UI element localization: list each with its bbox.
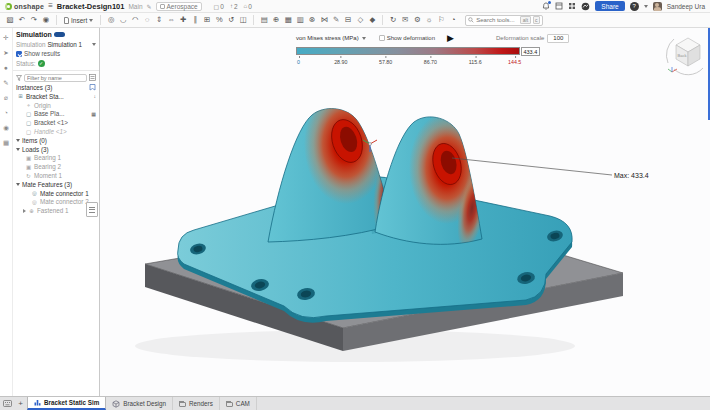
app-store-button[interactable]: [568, 2, 576, 10]
redo-icon[interactable]: ↷: [28, 13, 40, 27]
rename-icon[interactable]: ✎: [147, 3, 152, 10]
ball-mate-icon[interactable]: ✚: [177, 13, 189, 27]
show-results-row[interactable]: Show results: [13, 49, 99, 59]
max-stress-annotation[interactable]: Max: 433.4: [452, 158, 649, 179]
planar-mate-icon[interactable]: ⇔: [165, 13, 177, 27]
view-only-button[interactable]: [555, 2, 563, 10]
properties-icon[interactable]: ▦: [3, 139, 9, 146]
tree-item-bracket[interactable]: ▢ Bracket <1>: [13, 118, 99, 127]
tree-item-handle[interactable]: ▢ Handle <1>: [13, 127, 99, 136]
fastened-mate-icon[interactable]: ◡: [117, 13, 129, 27]
settings-icon[interactable]: ⚙: [411, 13, 423, 27]
replicate-icon[interactable]: ⊗: [306, 13, 318, 27]
follow-icon: ↑: [230, 3, 233, 9]
mate-item-connector1[interactable]: ◎ Mate connector 1: [13, 189, 99, 198]
revolute-mate-icon[interactable]: ◠: [129, 13, 141, 27]
pin-slot-mate-icon[interactable]: ∥: [189, 13, 201, 27]
snapshot-icon[interactable]: ▤: [258, 13, 270, 27]
play-animation-button[interactable]: ▶: [447, 33, 454, 43]
tangent-mate-icon[interactable]: %: [213, 13, 225, 27]
load-item-bearing1[interactable]: ▣ Bearing 1: [13, 154, 99, 163]
aerospace-tag[interactable]: Aerospace: [156, 2, 202, 11]
follow-counter[interactable]: ↑ 2: [230, 3, 238, 10]
clipboard-counter[interactable]: ▢ 0: [214, 3, 224, 10]
message-icon[interactable]: ✉: [399, 13, 411, 27]
pattern-icon[interactable]: ▥: [294, 13, 306, 27]
filter-funnel-icon[interactable]: [16, 75, 22, 81]
tree-item-assembly[interactable]: ⊞ Bracket Sta... ↓: [13, 92, 99, 101]
share-button[interactable]: Share: [595, 1, 624, 11]
add-tab-button[interactable]: +: [14, 397, 27, 410]
select-tools-icon[interactable]: ✛: [3, 34, 8, 41]
simulation-selector[interactable]: Simulation Simulation 1: [13, 40, 99, 50]
divider: [13, 70, 99, 71]
section-view-icon[interactable]: ⊟: [342, 13, 354, 27]
chevron-down-icon[interactable]: [644, 5, 648, 8]
mate-connector-icon[interactable]: ◎: [105, 13, 117, 27]
sync-icon[interactable]: ↓: [94, 93, 98, 99]
tab-bracket-design[interactable]: Bracket Design: [106, 397, 173, 410]
insert-button[interactable]: Insert: [61, 17, 96, 24]
export-counter[interactable]: ⌂ 0: [244, 3, 252, 10]
filter-input[interactable]: [24, 74, 87, 83]
appearance-icon[interactable]: ✎: [330, 13, 342, 27]
mass-properties-icon[interactable]: ◆: [366, 13, 378, 27]
mate-relation-icon[interactable]: ↺: [225, 13, 237, 27]
group-icon[interactable]: ◫: [237, 13, 249, 27]
flag-icon[interactable]: [89, 84, 96, 91]
tab-manager-button[interactable]: [0, 397, 14, 410]
parallel-mate-icon[interactable]: ⊞: [201, 13, 213, 27]
edit-note-icon[interactable]: ✎: [3, 79, 8, 86]
load-item-bearing2[interactable]: ▣ Bearing 2: [13, 162, 99, 171]
tab-renders[interactable]: Renders: [173, 397, 220, 410]
3d-scene-canvas[interactable]: Max: 433.4 Back: [100, 28, 710, 396]
help-button[interactable]: ?: [630, 2, 639, 11]
document-menu-icon[interactable]: ≡: [48, 1, 53, 11]
measure-icon[interactable]: ⌀: [4, 94, 8, 101]
tab-label: CAM: [236, 400, 250, 407]
ai-advisor-icon[interactable]: ◉: [40, 13, 52, 27]
chevron-right-icon[interactable]: [23, 209, 26, 213]
mate-label: Fastened 1: [37, 207, 69, 214]
tab-cam[interactable]: CAM: [220, 397, 257, 410]
record-icon[interactable]: ◉: [3, 124, 9, 131]
named-positions-icon[interactable]: ▦: [282, 13, 294, 27]
deformation-scale-input[interactable]: [547, 34, 569, 43]
tree-item-origin[interactable]: ⌖ Origin: [13, 101, 99, 110]
cylindrical-mate-icon[interactable]: ◌: [141, 13, 153, 27]
search-input[interactable]: [476, 17, 518, 23]
panel-list-handle[interactable]: [86, 202, 98, 217]
items-section-header[interactable]: Items (0): [13, 136, 99, 145]
notifications-button[interactable]: [542, 2, 550, 11]
explode-view-icon[interactable]: ⊕: [270, 13, 282, 27]
workspace-label[interactable]: Main: [128, 3, 142, 10]
tab-bracket-static-sim[interactable]: Bracket Static Sim: [27, 397, 106, 410]
history-icon[interactable]: ◔: [4, 109, 8, 116]
show-deformation-checkbox[interactable]: [379, 35, 385, 41]
undo-icon[interactable]: ↶: [16, 13, 28, 27]
show-deformation-toggle[interactable]: Show deformation: [379, 35, 435, 41]
render-icon[interactable]: ☼: [423, 13, 435, 27]
flag-icon[interactable]: ⚐: [435, 13, 447, 27]
collapse-all-icon[interactable]: [89, 74, 96, 81]
user-avatar[interactable]: [653, 2, 662, 11]
view-cube[interactable]: Back: [666, 38, 703, 75]
measure-icon[interactable]: ◇: [354, 13, 366, 27]
instances-header-row[interactable]: Instances (3): [13, 83, 99, 93]
edit-simulation-icon[interactable]: ▧: [4, 13, 16, 27]
load-item-moment[interactable]: ↻ Moment 1: [13, 171, 99, 180]
tab-label: Bracket Design: [123, 400, 166, 407]
result-type-dropdown[interactable]: von Mises stress (MPa): [296, 35, 366, 41]
tree-item-baseplate[interactable]: ▢ Base Pla... ▦: [13, 110, 99, 119]
loads-section-header[interactable]: Loads (3): [13, 145, 99, 154]
send-icon[interactable]: ➤: [3, 49, 8, 56]
refresh-icon[interactable]: ↻: [387, 13, 399, 27]
onshape-logo[interactable]: onshape: [5, 3, 44, 10]
bom-table-icon[interactable]: ⋈: [318, 13, 330, 27]
mates-section-header[interactable]: Mate Features (3): [13, 180, 99, 189]
learning-center-button[interactable]: [581, 2, 590, 11]
slider-mate-icon[interactable]: ⇕: [153, 13, 165, 27]
comment-icon[interactable]: ●: [4, 64, 8, 71]
history-icon[interactable]: ◔: [447, 13, 459, 27]
show-results-checkbox[interactable]: [16, 51, 22, 57]
